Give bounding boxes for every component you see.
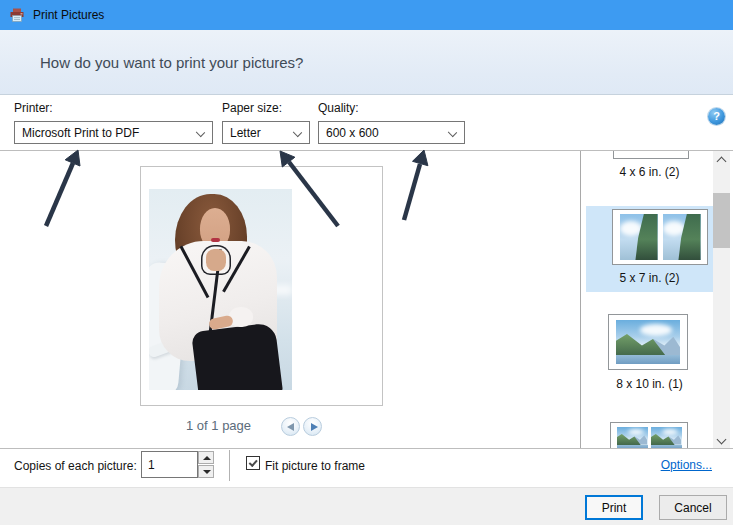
chevron-down-icon: [293, 128, 302, 137]
main-area: 1 of 1 page 4 x 6 in. (2) 5 x 7 in. (2) …: [0, 150, 733, 449]
page-title: How do you want to print your pictures?: [40, 54, 303, 71]
layout-list-scrollbar[interactable]: [713, 151, 730, 449]
triangle-up-icon: [203, 456, 211, 460]
layout-label: 4 x 6 in. (2): [586, 165, 713, 179]
layout-thumbnail: [608, 314, 688, 370]
layout-item-4x6[interactable]: 4 x 6 in. (2): [586, 151, 713, 191]
quality-label: Quality:: [318, 101, 359, 115]
scrollbar-up-button[interactable]: [713, 151, 730, 168]
fit-picture-label: Fit picture to frame: [265, 459, 365, 473]
layout-item-5x7-selected[interactable]: 5 x 7 in. (2): [586, 206, 713, 292]
quality-select[interactable]: 600 x 600: [318, 121, 465, 144]
chevron-down-icon: [196, 128, 205, 137]
print-settings-row: Printer: Microsoft Print to PDF Paper si…: [0, 95, 733, 150]
copies-input[interactable]: [141, 451, 198, 478]
arrow-left-icon: [287, 423, 294, 431]
page-status: 1 of 1 page: [186, 418, 251, 433]
print-button[interactable]: Print: [585, 495, 643, 520]
titlebar: Print Pictures: [0, 0, 733, 30]
options-link[interactable]: Options...: [661, 458, 712, 472]
photo-thumbnail: [617, 427, 648, 449]
scrollbar-down-button[interactable]: [713, 433, 730, 449]
photo-thumbnail: [616, 320, 680, 364]
layout-label: 8 x 10 in. (1): [586, 377, 713, 391]
checkmark-icon: [249, 457, 258, 466]
stepper-up-button[interactable]: [198, 451, 214, 464]
layout-label: 5 x 7 in. (2): [586, 271, 713, 285]
photo-thumbnail: [663, 214, 701, 260]
arrow-right-icon: [311, 423, 318, 431]
print-preview-page: [140, 166, 383, 406]
layout-item-wallet[interactable]: [586, 419, 713, 449]
header-band: How do you want to print your pictures?: [0, 30, 733, 95]
preview-photo: [149, 189, 292, 390]
paper-size-select[interactable]: Letter: [222, 121, 310, 144]
paper-size-label: Paper size:: [222, 101, 282, 115]
copies-stepper: [198, 451, 214, 478]
printer-app-icon: [9, 7, 25, 23]
triangle-down-icon: [203, 470, 211, 474]
previous-page-button[interactable]: [281, 417, 300, 436]
preview-sidebar-divider: [580, 151, 581, 449]
footer: Print Cancel: [0, 487, 733, 525]
printer-label: Printer:: [14, 101, 53, 115]
window-title: Print Pictures: [33, 8, 104, 22]
chevron-up-icon: [716, 157, 726, 167]
printer-select[interactable]: Microsoft Print to PDF: [14, 121, 213, 144]
photo-thumbnail: [620, 214, 658, 260]
next-page-button[interactable]: [303, 417, 322, 436]
photo-thumbnail: [651, 427, 682, 449]
cancel-button[interactable]: Cancel: [659, 495, 727, 520]
help-icon[interactable]: ?: [708, 108, 725, 125]
fit-picture-checkbox[interactable]: [246, 456, 260, 470]
print-pictures-dialog: Print Pictures How do you want to print …: [0, 0, 733, 525]
layout-item-8x10[interactable]: 8 x 10 in. (1): [586, 311, 713, 397]
bottom-options-bar: Copies of each picture: Fit picture to f…: [0, 450, 733, 487]
divider: [229, 450, 230, 481]
stepper-down-button[interactable]: [198, 465, 214, 478]
layout-thumbnail: [613, 150, 689, 159]
chevron-down-icon: [448, 128, 457, 137]
layout-thumbnail: [612, 209, 708, 265]
quality-select-value: 600 x 600: [326, 126, 379, 140]
scrollbar-thumb[interactable]: [713, 193, 730, 248]
layout-thumbnail: [610, 422, 688, 449]
copies-label: Copies of each picture:: [14, 459, 137, 473]
paper-size-select-value: Letter: [230, 126, 261, 140]
printer-select-value: Microsoft Print to PDF: [22, 126, 139, 140]
chevron-down-icon: [716, 435, 726, 445]
